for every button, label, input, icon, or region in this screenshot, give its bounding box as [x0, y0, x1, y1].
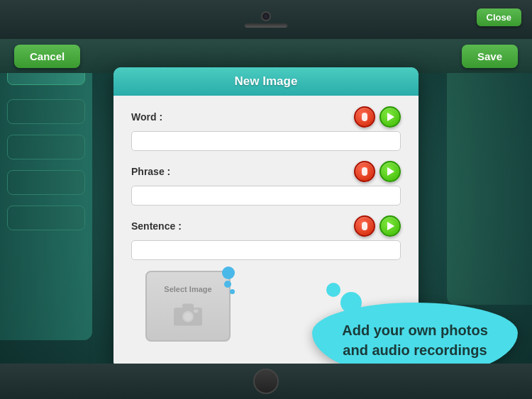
- dot-small-1: [224, 281, 231, 288]
- left-panel-item-5: [7, 206, 85, 230]
- sentence-label: Sentence :: [131, 220, 182, 232]
- dot-large: [222, 266, 235, 279]
- save-button[interactable]: Save: [462, 45, 518, 68]
- sentence-controls: [354, 215, 401, 237]
- dialog-title: New Image: [235, 74, 298, 88]
- svg-rect-1: [182, 303, 194, 309]
- right-monitor: [447, 35, 532, 305]
- select-image-label: Select Image: [164, 285, 211, 293]
- phrase-input[interactable]: [131, 186, 401, 206]
- phrase-play-button[interactable]: [379, 161, 401, 182]
- device-footer: [0, 364, 532, 399]
- select-image-button[interactable]: Select Image: [145, 271, 231, 342]
- sentence-record-button[interactable]: [354, 215, 375, 237]
- word-controls: [354, 106, 401, 128]
- dialog-header: New Image: [113, 67, 419, 96]
- left-panel-item-2: [7, 99, 85, 124]
- device-speaker: [245, 23, 287, 28]
- bubble-text-line2: and audio recordings: [333, 340, 497, 360]
- word-input[interactable]: [131, 131, 401, 151]
- bubble-text-line1: Add your own photos: [333, 320, 497, 340]
- word-field-row: Word :: [131, 106, 401, 151]
- close-button[interactable]: Close: [477, 9, 521, 26]
- sentence-input[interactable]: [131, 240, 401, 260]
- home-button[interactable]: [253, 369, 279, 394]
- left-panel-item-4: [7, 170, 85, 195]
- word-field-header: Word :: [131, 106, 401, 128]
- phrase-record-button[interactable]: [354, 161, 375, 182]
- svg-rect-4: [194, 309, 198, 313]
- left-panel: [0, 43, 92, 340]
- sentence-field-header: Sentence :: [131, 215, 401, 237]
- phrase-field-header: Phrase :: [131, 161, 401, 182]
- dot-small-2: [230, 289, 235, 294]
- cancel-button[interactable]: Cancel: [14, 45, 80, 68]
- svg-point-3: [184, 313, 192, 320]
- word-record-button[interactable]: [354, 106, 375, 128]
- word-label: Word :: [131, 111, 162, 123]
- camera-icon: [170, 299, 206, 327]
- device-top-bar: [245, 11, 287, 28]
- phrase-label: Phrase :: [131, 166, 170, 177]
- device-header: [0, 0, 532, 39]
- phrase-controls: [354, 161, 401, 182]
- sentence-field-row: Sentence :: [131, 215, 401, 260]
- sentence-play-button[interactable]: [379, 215, 401, 237]
- left-panel-item-3: [7, 135, 85, 159]
- device-camera: [261, 11, 271, 21]
- phrase-field-row: Phrase :: [131, 161, 401, 206]
- word-play-button[interactable]: [379, 106, 401, 128]
